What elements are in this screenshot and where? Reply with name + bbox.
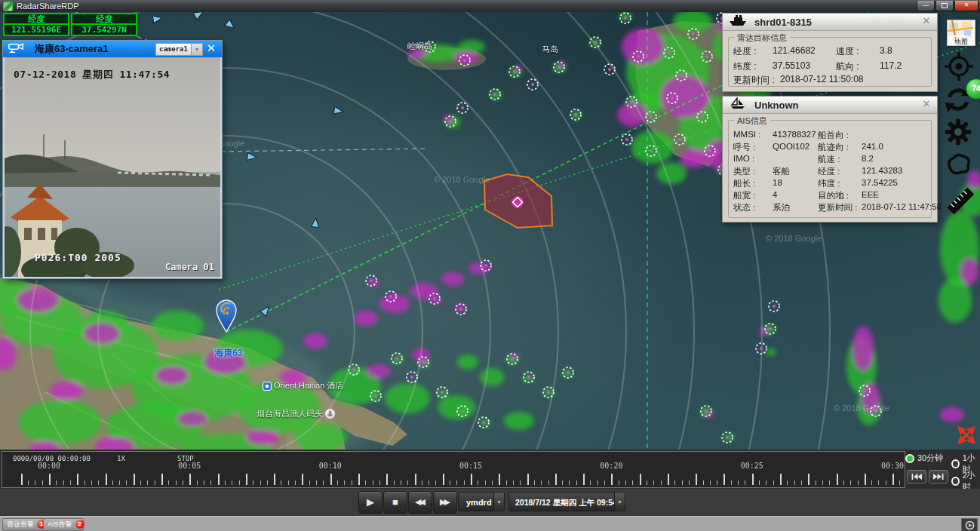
cctv-camera-icon [8, 42, 24, 57]
timeline-minor-tick [35, 480, 35, 485]
ais-alarm-button[interactable]: AIS告警 2 [43, 518, 84, 531]
timeline-minor-tick [513, 480, 514, 485]
timeline-major-tick [723, 474, 725, 485]
radar-target-marker[interactable] [407, 372, 417, 382]
ais-vessel-icon[interactable] [225, 20, 237, 31]
radar-echo-blob [656, 163, 687, 184]
timeline-minor-tick [703, 480, 704, 485]
chevron-down-icon[interactable]: ▼ [493, 493, 504, 511]
timeline-ruler[interactable]: 0000/00/00 00:00:00 1X STOP 00:0000:0500… [2, 451, 905, 488]
timeline-minor-tick [204, 480, 204, 485]
timeline-minor-tick [653, 480, 654, 485]
app-icon [3, 2, 13, 11]
play-button[interactable]: ▶ [358, 491, 382, 514]
field-text: 呼号 : [733, 142, 755, 153]
ais-panel-title: Unknown [754, 100, 799, 111]
timeline-minor-tick [323, 480, 324, 485]
stop-button[interactable]: ■ [383, 491, 407, 514]
skip-forward-button[interactable] [929, 470, 948, 483]
radar-alarm-button[interactable]: 雷达告警 1 [2, 518, 45, 531]
radar-target-marker[interactable] [457, 103, 468, 113]
timeline-major-tick [640, 474, 641, 485]
ais-vessel-icon[interactable] [193, 12, 204, 20]
minimize-button[interactable]: — [917, 1, 935, 11]
close-button[interactable]: ✕ [954, 1, 978, 11]
camera-window[interactable]: 海康63-camera1 camera1 ▼ ✕ [2, 40, 223, 279]
timeline-minor-tick [210, 480, 211, 485]
timeline-minor-tick [225, 480, 226, 485]
playback-datetime-picker[interactable]: 2018/7/12 星期四 上午 09:54 ▼ [508, 492, 625, 511]
sailboat-icon [729, 97, 747, 112]
radio-icon[interactable] [905, 454, 914, 463]
ais-vessel-icon[interactable] [247, 153, 257, 161]
map-style-button[interactable]: 地图 [947, 20, 975, 46]
ais-vessel-icon[interactable] [152, 14, 163, 23]
timeline-minor-tick [288, 480, 289, 485]
radio-icon[interactable] [951, 459, 960, 468]
timeline-minor-tick [28, 480, 29, 485]
camera-titlebar[interactable]: 海康63-camera1 camera1 ▼ ✕ [3, 41, 222, 57]
field-label: 航向 : [836, 60, 859, 73]
timeline-major-tick [555, 474, 557, 485]
radar-target-marker[interactable] [527, 79, 538, 90]
camera-close-icon[interactable]: ✕ [204, 41, 219, 55]
timeline-major-tick [892, 474, 894, 485]
timeline-minor-tick [253, 480, 253, 485]
station-label: 海康63 [202, 347, 255, 360]
radar-echo-blob [177, 411, 207, 426]
window-titlebar[interactable]: RadarShareRDP — ✕ [0, 0, 980, 12]
camera-selector-arrow[interactable]: ▼ [191, 43, 203, 56]
polygon-draw-icon[interactable] [945, 151, 973, 180]
timeline-major-tick [865, 474, 866, 485]
field-text: 客船 [773, 166, 790, 177]
timeline-strip: 0000/00/00 00:00:00 1X STOP 00:0000:0500… [0, 450, 980, 489]
playback-mode-select[interactable]: ymdrd ▼ [458, 492, 505, 511]
ais-info-panel[interactable]: Unknown ✕ AIS信息 MMSI :413788327船首向 :呼号 :… [722, 96, 938, 223]
range-30min-option[interactable]: 30分钟 [905, 453, 943, 464]
timeline-tick-label: 00:05 [174, 462, 204, 470]
field-text: 2018-07-12 11:47:58 [862, 202, 942, 211]
timeline-minor-tick [232, 480, 232, 485]
fast-forward-button[interactable]: ▶▶ [433, 491, 457, 514]
timeline-minor-tick [401, 480, 401, 485]
camera-selector[interactable]: camera1 [155, 43, 192, 56]
ais-panel-titlebar[interactable]: Unknown ✕ [723, 97, 937, 114]
restricted-zone-polygon[interactable] [484, 174, 552, 228]
measure-ruler-icon[interactable] [945, 185, 976, 219]
radar-echo-blob [457, 355, 478, 370]
map-place-label: 烟台海昌渔人码头⚓ [257, 408, 335, 419]
rewind-button[interactable]: ◀◀ [408, 491, 432, 514]
radar-target-marker[interactable] [622, 134, 632, 145]
chevron-down-icon[interactable]: ▼ [614, 493, 625, 511]
timeline-major-tick [780, 474, 782, 485]
radar-echo-blob [454, 51, 478, 63]
field-text: 8.2 [862, 154, 874, 163]
timeline-tick-label: 00:10 [315, 462, 346, 470]
maximize-button[interactable] [935, 1, 954, 11]
map-place-label: 马岛 [542, 44, 558, 55]
playback-datetime-value: 2018/7/12 星期四 上午 09:54 [515, 498, 617, 507]
field-value: 121.46682 [773, 45, 816, 56]
radar-target-marker[interactable] [769, 301, 779, 312]
timeline-major-tick [161, 474, 163, 485]
tray-record-button[interactable] [961, 518, 978, 531]
timeline-major-tick [246, 474, 247, 485]
timeline-minor-tick [84, 480, 85, 485]
timeline-minor-tick [119, 480, 120, 485]
timeline-minor-tick [344, 480, 345, 485]
settings-gear-icon[interactable] [943, 118, 973, 149]
radar-target-panel[interactable]: shrd01-8315 ✕ 雷达目标信息 经度 : 121.46682 速度 :… [722, 13, 938, 92]
skip-backward-button[interactable] [907, 470, 926, 483]
radio-icon[interactable] [951, 477, 960, 486]
timeline-minor-tick [98, 480, 99, 485]
radar-panel-titlebar[interactable]: shrd01-8315 ✕ [723, 14, 937, 31]
expand-arrows-icon[interactable] [957, 425, 976, 445]
ais-vessel-icon[interactable] [333, 106, 344, 115]
radar-panel-close-icon[interactable]: ✕ [920, 15, 932, 27]
ais-panel-close-icon[interactable]: ✕ [920, 98, 932, 110]
playback-strip: ▶ ■ ◀◀ ▶▶ ymdrd ▼ 2018/7/12 星期四 上午 09:54… [0, 489, 980, 516]
ais-vessel-icon[interactable] [312, 218, 320, 228]
timeline-major-tick [668, 474, 669, 485]
timeline-minor-tick [70, 480, 71, 485]
timeline-major-tick [443, 474, 444, 485]
